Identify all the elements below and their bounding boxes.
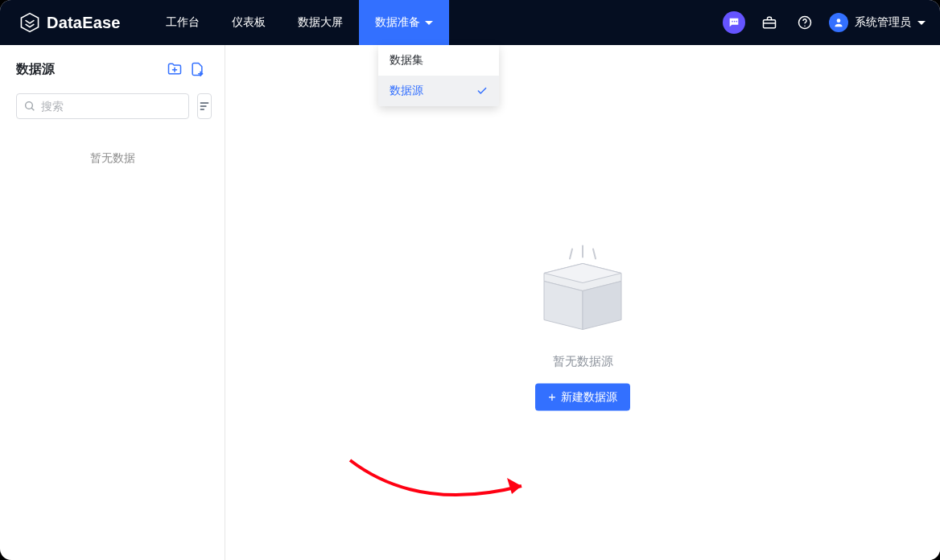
search-icon [23,100,36,113]
logo[interactable]: DataEase [19,0,121,45]
svg-line-19 [593,249,596,259]
nav-bigscreen[interactable]: 数据大屏 [282,0,359,45]
svg-line-13 [31,108,34,110]
main-area: 暂无数据源 + 新建数据源 [225,45,940,560]
body: 数据源 暂无数据 [0,45,940,560]
plus-icon: + [548,391,555,404]
svg-point-7 [837,19,841,23]
nav: 工作台 仪表板 数据大屏 数据准备 [150,0,449,45]
dropdown-item-datasource[interactable]: 数据源 [378,76,499,106]
nav-workbench[interactable]: 工作台 [150,0,216,45]
empty-box-icon [534,243,631,340]
toolbox-icon[interactable] [758,11,781,34]
check-icon [476,85,488,97]
sidebar-header: 数据源 [0,53,225,85]
sidebar-search-row [0,85,225,127]
svg-point-12 [26,102,33,109]
create-datasource-button-label: 新建数据源 [561,390,617,405]
svg-point-1 [732,21,733,23]
svg-point-3 [736,21,738,23]
window: DataEase 工作台 仪表板 数据大屏 数据准备 [0,0,940,560]
topbar-right: 系统管理员 [723,0,926,45]
add-folder-button[interactable] [163,58,186,80]
svg-point-2 [734,21,736,23]
chevron-down-icon [917,21,926,25]
logo-icon [19,12,40,33]
nav-data-prep[interactable]: 数据准备 [359,0,449,45]
dropdown-item-dataset[interactable]: 数据集 [378,45,499,76]
svg-line-17 [570,249,572,259]
help-icon[interactable] [794,11,816,34]
empty-state: 暂无数据源 + 新建数据源 [534,243,631,411]
data-prep-dropdown: 数据集 数据源 [378,45,499,106]
sort-button[interactable] [197,93,212,119]
create-datasource-button[interactable]: + 新建数据源 [535,384,629,411]
sidebar: 数据源 暂无数据 [0,45,225,560]
main-empty-text: 暂无数据源 [553,354,613,369]
top-bar: DataEase 工作台 仪表板 数据大屏 数据准备 [0,0,940,45]
user-name: 系统管理员 [855,15,911,30]
svg-rect-4 [764,20,776,28]
add-file-button[interactable] [186,58,208,80]
sidebar-title: 数据源 [16,61,55,78]
logo-text: DataEase [47,14,121,32]
nav-dashboard[interactable]: 仪表板 [216,0,282,45]
user-menu[interactable]: 系统管理员 [829,13,926,32]
sidebar-empty-text: 暂无数据 [0,151,225,166]
svg-point-6 [804,25,806,26]
chat-icon[interactable] [723,11,745,34]
chevron-down-icon [425,21,433,25]
avatar-icon [829,13,848,32]
search-input[interactable] [41,100,182,113]
search-box[interactable] [16,93,189,119]
